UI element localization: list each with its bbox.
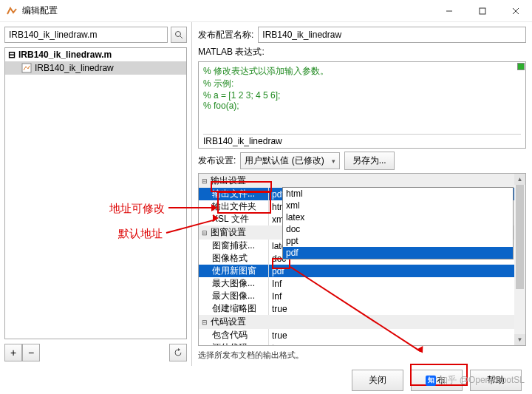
tree-child-label: IRB140_ik_linedraw xyxy=(35,63,114,73)
dropdown-option[interactable]: ppt xyxy=(283,235,513,247)
tree-root-item[interactable]: ⊟ IRB140_ik_linedraw.m xyxy=(5,48,186,61)
property-grid: 输出设置 输出文件... pdf html xml latex doc ppt … xyxy=(198,173,526,346)
prop-row[interactable]: 最大图像...Inf xyxy=(199,277,525,290)
scroll-up-icon[interactable]: ▲ xyxy=(514,174,525,185)
left-pane: ⊟ IRB140_ik_linedraw.m IRB140_ik_linedra… xyxy=(0,22,192,366)
titlebar: 编辑配置 xyxy=(0,0,532,22)
expr-line: % 示例: xyxy=(203,78,521,90)
file-filter-input[interactable] xyxy=(4,27,168,43)
svg-rect-6 xyxy=(22,64,31,72)
publish-button[interactable]: 发布 xyxy=(411,370,463,391)
maximize-button[interactable] xyxy=(466,0,499,21)
code-status-icon xyxy=(517,63,525,70)
app-icon xyxy=(6,5,18,17)
prop-row[interactable]: 创建缩略图true xyxy=(199,302,525,315)
output-format-dropdown[interactable]: html xml latex doc ppt pdf xyxy=(282,187,514,259)
scroll-down-icon[interactable]: ▼ xyxy=(514,334,525,345)
pub-name-label: 发布配置名称: xyxy=(198,29,253,41)
scrollbar[interactable]: ▲ ▼ xyxy=(514,174,525,345)
dialog-button-bar: 关闭 发布 帮助 xyxy=(0,366,532,394)
expr-line: % 修改表达式以添加输入参数。 xyxy=(203,65,521,78)
save-as-button[interactable]: 另存为... xyxy=(344,152,395,170)
dropdown-option[interactable]: latex xyxy=(283,211,513,223)
add-config-button[interactable]: + xyxy=(4,344,22,361)
pub-name-input[interactable] xyxy=(258,27,526,43)
config-tree[interactable]: ⊟ IRB140_ik_linedraw.m IRB140_ik_linedra… xyxy=(4,47,187,339)
right-pane: 发布配置名称: MATLAB 表达式: % 修改表达式以添加输入参数。 % 示例… xyxy=(192,22,532,366)
property-help-text: 选择所发布文档的输出格式。 xyxy=(198,349,526,361)
scroll-thumb[interactable] xyxy=(516,185,524,289)
help-button[interactable]: 帮助 xyxy=(470,370,522,391)
expression-editor[interactable]: % 修改表达式以添加输入参数。 % 示例: % a = [1 2 3; 4 5 … xyxy=(198,61,526,149)
svg-line-5 xyxy=(180,36,183,38)
minimize-button[interactable] xyxy=(432,0,466,21)
prop-row[interactable]: 使用新图窗pdf xyxy=(199,265,525,277)
tree-child-item[interactable]: IRB140_ik_linedraw xyxy=(5,61,186,75)
window-title: 编辑配置 xyxy=(22,4,432,17)
search-button[interactable] xyxy=(171,27,187,43)
prop-row[interactable]: 包含代码true xyxy=(199,329,525,342)
dropdown-option[interactable]: xml xyxy=(283,200,513,211)
expr-line: % foo(a); xyxy=(203,101,521,111)
dropdown-option[interactable]: html xyxy=(283,188,513,200)
dropdown-option[interactable]: pdf xyxy=(283,247,513,259)
svg-rect-1 xyxy=(480,8,485,14)
prop-row[interactable]: 评估代码true xyxy=(199,342,525,345)
settings-label: 发布设置: xyxy=(198,154,236,167)
publish-config-icon xyxy=(21,63,32,73)
expr-footer: IRB140_ik_linedraw xyxy=(203,134,521,146)
group-code[interactable]: 代码设置 xyxy=(199,315,525,329)
tree-root-label: IRB140_ik_linedraw.m xyxy=(18,50,112,60)
expr-label: MATLAB 表达式: xyxy=(198,46,526,58)
prop-row[interactable]: 最大图像...Inf xyxy=(199,290,525,302)
dropdown-option[interactable]: doc xyxy=(283,223,513,235)
close-button[interactable] xyxy=(499,0,532,21)
remove-config-button[interactable]: − xyxy=(22,344,40,361)
group-output[interactable]: 输出设置 xyxy=(199,174,525,188)
close-dialog-button[interactable]: 关闭 xyxy=(352,370,403,391)
settings-preset-combo[interactable]: 用户默认值 (已修改) xyxy=(240,152,339,169)
svg-point-4 xyxy=(176,32,181,37)
collapse-icon: ⊟ xyxy=(8,50,16,60)
refresh-button[interactable] xyxy=(169,344,187,361)
expr-line: % a = [1 2 3; 4 5 6]; xyxy=(203,90,521,101)
